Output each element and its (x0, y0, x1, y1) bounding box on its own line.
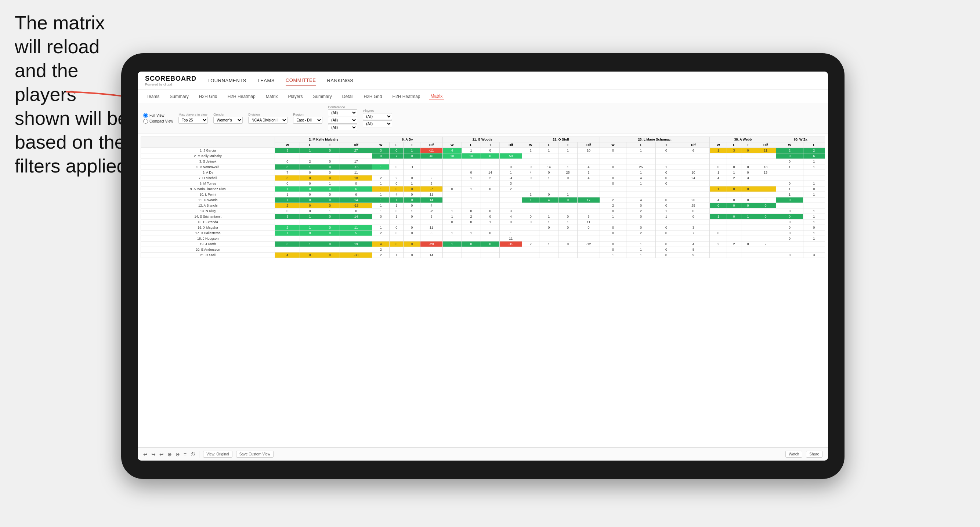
cell: 0 (320, 241, 340, 247)
sub-nav-summary2[interactable]: Summary (311, 94, 333, 99)
cell (600, 219, 626, 225)
cell: 0 (600, 175, 626, 181)
cell: 3 (275, 214, 300, 219)
cell: 19 (340, 241, 372, 247)
cell: 1 (300, 164, 320, 170)
cell: 11 (340, 170, 372, 175)
full-view-radio[interactable] (143, 113, 148, 118)
sub-nav-players[interactable]: Players (286, 94, 304, 99)
cell: 0 (741, 148, 755, 153)
cell (727, 236, 741, 241)
cell (500, 252, 522, 258)
players-select2[interactable]: (All) (363, 121, 392, 127)
nav-teams[interactable]: TEAMS (258, 76, 275, 85)
cell (710, 181, 727, 186)
col-header-ostoll: 21. O Stoll (522, 137, 600, 142)
cell (558, 153, 578, 159)
players-filter: Players (All) (All) (363, 109, 392, 127)
watch-button[interactable]: Watch (785, 451, 802, 458)
region-select[interactable]: East - DII (All) (293, 117, 322, 124)
cell: 0 (300, 203, 320, 208)
redo-icon[interactable]: ↪ (151, 451, 156, 457)
cell (627, 219, 656, 225)
gender-label: Gender (213, 113, 243, 116)
table-row: 6. A Dy 7 0 0 11 0 14 1 4 0 (141, 170, 825, 175)
division-select[interactable]: NCAA Division II NCAA Division I NCAA Di… (248, 117, 288, 124)
undo-icon[interactable]: ↩ (143, 451, 148, 457)
cell: 1 (577, 170, 600, 175)
cell (803, 241, 825, 247)
cell: 2 (390, 175, 404, 181)
col-sub-w1: W (275, 142, 300, 148)
cell: 0 (480, 214, 500, 219)
top-nav: SCOREBOARD Powered by clippd TOURNAMENTS… (138, 71, 828, 90)
share-button[interactable]: Share (806, 451, 822, 458)
cell: 0 (710, 203, 727, 208)
player-name: 3. S Jelinek (141, 159, 275, 164)
cell: 0 (600, 247, 626, 252)
nav-rankings[interactable]: RANKINGS (327, 76, 353, 85)
cell: 0 (727, 214, 741, 219)
back-icon[interactable]: ↩ (159, 451, 164, 457)
sub-nav-summary[interactable]: Summary (168, 94, 190, 99)
cell (522, 247, 539, 252)
cell: 2 (420, 181, 443, 186)
conference-select2[interactable]: (All) (328, 117, 357, 124)
compact-view-radio[interactable] (143, 119, 148, 124)
cell: 4 (522, 170, 539, 175)
cell: 10 (442, 153, 461, 159)
conference-filter: Conference (All) (All) (All) (328, 105, 357, 131)
zoom-in-icon[interactable]: ⊕ (167, 451, 172, 457)
cell: 4 (500, 214, 522, 219)
sub-nav-matrix[interactable]: Matrix (264, 94, 279, 99)
cell (461, 203, 480, 208)
view-options: Full View Compact View (143, 113, 173, 124)
sub-nav-h2h-heatmap2[interactable]: H2H Heatmap (391, 94, 422, 99)
cell: 0 (300, 186, 320, 192)
cell: 0 (741, 203, 755, 208)
zoom-out-icon[interactable]: ⊖ (175, 451, 180, 457)
max-players-select[interactable]: Top 25 Top 10 Top 50 (178, 117, 208, 124)
conference-select[interactable]: (All) (328, 110, 357, 116)
cell: 0 (404, 153, 420, 159)
cell (442, 192, 461, 197)
table-row: 14. S Srichantamit 3 1 0 14 0 1 0 5 1 2 … (141, 214, 825, 219)
view-original-button[interactable]: View: Original (203, 451, 232, 458)
cell: 9 (677, 252, 710, 258)
cell: 0 (600, 225, 626, 230)
cell (300, 236, 320, 241)
sub-nav-matrix2[interactable]: Matrix (429, 94, 444, 100)
cell: 20 (677, 197, 710, 203)
gender-select[interactable]: Women's Men's (213, 117, 243, 124)
sub-nav-detail[interactable]: Detail (341, 94, 355, 99)
sub-nav-h2h-heatmap[interactable]: H2H Heatmap (226, 94, 257, 99)
nav-tournaments[interactable]: TOURNAMENTS (207, 76, 247, 85)
cell (539, 159, 558, 164)
compact-view-option[interactable]: Compact View (143, 119, 173, 124)
cell (677, 164, 710, 170)
timer-icon[interactable]: ⏱ (190, 451, 195, 457)
sub-nav-h2h-grid[interactable]: H2H Grid (197, 94, 219, 99)
table-row: 12. A Bianchi 2 0 0 -18 1 1 0 4 (141, 203, 825, 208)
fit-icon[interactable]: = (184, 451, 186, 457)
cell: 14 (480, 170, 500, 175)
conference-select3[interactable]: (All) (328, 124, 357, 131)
cell (755, 186, 776, 192)
players-select[interactable]: (All) (363, 113, 392, 120)
cell (710, 225, 727, 230)
cell (420, 164, 443, 170)
cell (727, 153, 741, 159)
nav-committee[interactable]: COMMITTEE (286, 76, 316, 86)
full-view-option[interactable]: Full View (143, 113, 173, 118)
cell: 0 (755, 214, 776, 219)
cell: 1 (461, 175, 480, 181)
matrix-area[interactable]: 2. M Kelly Mulcahy 6. A Dy 11. G Woods 2… (138, 133, 828, 448)
cell (755, 192, 776, 197)
cell: 0 (677, 214, 710, 219)
sub-nav-h2h-grid2[interactable]: H2H Grid (362, 94, 383, 99)
table-row: 19. J Karrh 3 1 0 19 4 0 0 -20 1 0 0 -15… (141, 241, 825, 247)
cell: 0 (320, 164, 340, 170)
cell: 0 (655, 170, 677, 175)
sub-nav-teams[interactable]: Teams (145, 94, 161, 99)
save-custom-view-button[interactable]: Save Custom View (236, 451, 274, 458)
